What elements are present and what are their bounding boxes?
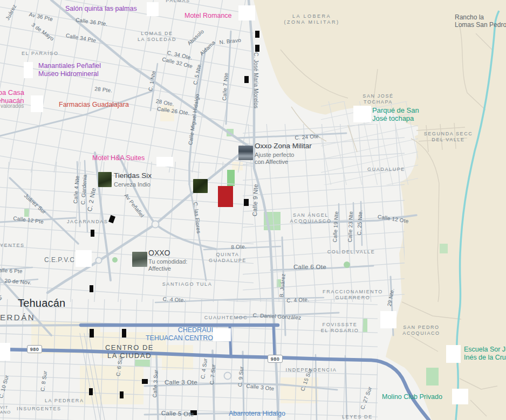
poi-oxxo-zona-militar-subtitle: Ajuste perfecto con Affective — [255, 152, 294, 166]
poi-icon-masked[interactable] — [353, 106, 371, 122]
poi-abarrotera-hidalgo[interactable]: Abarrotera Hidalgo — [229, 410, 285, 418]
highway-shield: 980 — [27, 345, 42, 353]
area-label: CUAUHTEMOC — [204, 315, 248, 321]
poi-parque-san-jose-tochapa[interactable]: Parqué de San José tochapa — [372, 106, 419, 123]
street-label-morelos: C. José Maria Morelos — [252, 52, 259, 108]
marker-masked — [90, 329, 94, 338]
poi-icon-masked[interactable] — [156, 157, 173, 167]
area-label-cepvc: C.E.P.V.C — [44, 256, 75, 264]
area-label: FOVISSSTE EL ROSARIO — [321, 322, 359, 333]
poi-icon-masked[interactable] — [213, 328, 231, 341]
poi-chedraui-tehuacan-centro[interactable]: CHEDRAUI TEHUACAN CENTRO — [138, 326, 213, 342]
area-label: SANTIAGO TULA — [162, 281, 213, 287]
poi-salon-quinta-las-palmas[interactable]: Salón quinta las palmas — [65, 5, 137, 13]
street-label-calle-9-nte: Calle 9 Nte — [251, 184, 260, 217]
poi-motel-romance[interactable]: Motel Romance — [184, 12, 232, 20]
poi-escuela-sor-juana[interactable]: Escuela Sor Juana Inés de la Cruz — [464, 346, 506, 362]
area-label-centro: CENTRO DE LA CIUDAD — [105, 343, 154, 360]
poi-farmacias-guadalajara[interactable]: Farmacias Guadalajara — [59, 101, 129, 109]
selected-building[interactable] — [218, 186, 233, 207]
poi-motel-ha-suites[interactable]: Motel H&A Suites — [92, 154, 145, 162]
map-viewport[interactable]: 980 980 PALMAS LA LOBERA (ZONA MILITAR) … — [0, 0, 506, 420]
photo-thumbnail-oxxo[interactable] — [132, 252, 147, 267]
area-label: EL PARAÍSO — [22, 51, 59, 57]
marker-masked — [142, 379, 148, 384]
poi-oxxo-title[interactable]: OXXO — [148, 249, 170, 258]
poi-rancho-lomas-san-pedro[interactable]: Rancho la Lomas San Pedro — [455, 13, 506, 29]
marker-masked — [90, 285, 93, 292]
highway-shield: 980 — [268, 355, 283, 363]
poi-molino-club-privado[interactable]: Molino Club Privado — [382, 393, 442, 401]
poi-icon-masked[interactable] — [380, 311, 396, 328]
street-label: Calle 3 Ote — [165, 379, 197, 387]
poi-oxxo-subtitle: Tu comodidad: Affective — [148, 258, 187, 272]
marker-masked — [91, 230, 94, 237]
street-label: Calle 23 Nte — [347, 211, 354, 243]
poi-tiendas-six-title[interactable]: Tiendas Six — [114, 171, 152, 180]
area-label: QUINTA GUADALUPE — [209, 252, 247, 263]
marker-masked — [244, 199, 249, 206]
area-label: INSURGENTES — [17, 406, 61, 412]
marker-masked — [244, 76, 249, 83]
street-label: Calle 5 Ote — [161, 410, 194, 418]
area-label: ANO — [0, 410, 11, 415]
poi-icon-masked[interactable] — [31, 95, 43, 112]
area-label: SAN ÁNGEL ACOQUIASCO — [290, 212, 331, 224]
area-label: GUADALUPE — [367, 167, 405, 173]
poi-icon-masked[interactable] — [76, 250, 92, 267]
street-label: Calle 6 Pte — [0, 267, 23, 274]
poi-spa-subtitle: valorados — [1, 103, 24, 109]
photo-thumbnail[interactable] — [193, 179, 208, 193]
street-label: C. 4 Ote. — [162, 296, 185, 304]
city-label-tehuacan: Tehuacán — [18, 297, 65, 310]
photo-thumbnail-tiendas-six[interactable] — [98, 172, 112, 187]
marker-masked — [255, 45, 259, 52]
street-label: C. 4 Ote. — [286, 297, 309, 304]
area-label: SAN PEDRO ACOQUIACO — [402, 325, 440, 336]
street-label: C. 25 Nte. — [356, 210, 364, 236]
area-label: JACARANDAS — [67, 219, 108, 225]
poi-manantiales-penafiel[interactable]: Manantiales Peñafiel Museo Hidromineral — [38, 62, 101, 78]
area-label: LOMAS DE LA SOLEDAD — [138, 31, 176, 42]
area-label-serdan: ERDÁN — [0, 313, 35, 322]
street-label: 8 Ote. — [231, 244, 247, 251]
street-label: Calle 6 Ote — [293, 264, 326, 271]
area-label: SEGUNDA SECC DEL VALLE — [424, 131, 473, 142]
marker-masked — [255, 31, 259, 38]
area-label: PALMAS — [166, 0, 190, 4]
area-label: SAN JOSÉ TOCHAPA — [363, 93, 393, 105]
area-label-la-lobera: LA LOBERA (ZONA MILITAR) — [284, 13, 340, 25]
area-label: COL DEL VALLE — [327, 249, 375, 255]
area-label: LA PEDRERA — [45, 398, 84, 404]
poi-icon-masked[interactable] — [452, 389, 468, 404]
marker-masked — [122, 329, 126, 338]
area-label: FRACCIONAMIENTO GUERRERO — [323, 289, 383, 300]
marker-masked — [120, 391, 124, 398]
poi-icon-masked[interactable] — [238, 5, 255, 20]
poi-icon-masked[interactable] — [446, 345, 461, 363]
poi-tiendas-six-subtitle: Cerveza Indio — [114, 181, 151, 188]
poi-oxxo-zona-militar-title[interactable]: Oxxo Zona Militar — [255, 142, 312, 150]
area-label: YENTES — [0, 243, 25, 249]
area-label: LEYES DE — [342, 414, 373, 420]
poi-icon-masked[interactable] — [0, 343, 10, 361]
marker-masked — [89, 388, 93, 395]
photo-thumbnail-oxxo-zona-militar[interactable] — [238, 146, 253, 160]
poi-icon-masked[interactable] — [147, 2, 159, 16]
poi-icon-masked[interactable] — [24, 62, 33, 78]
